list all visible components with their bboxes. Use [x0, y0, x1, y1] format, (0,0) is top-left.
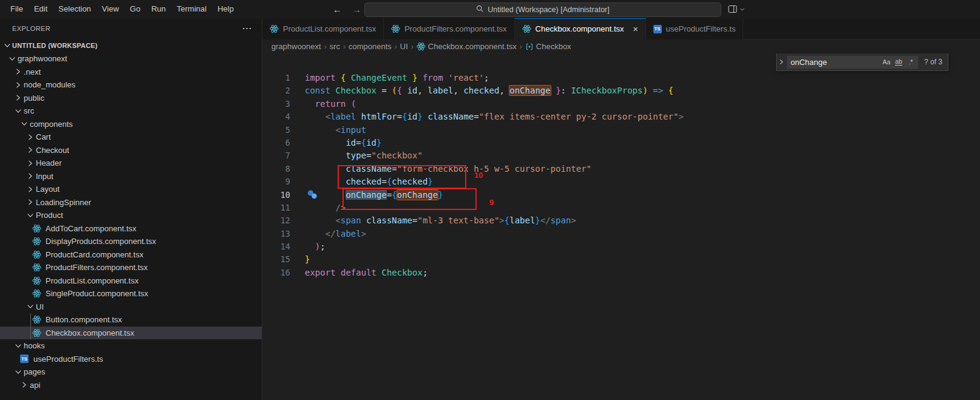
breadcrumb-separator: ›	[520, 42, 522, 51]
breadcrumb-separator: ›	[343, 42, 345, 51]
tab-checkbox-component-tsx[interactable]: Checkbox.component.tsx×	[515, 18, 646, 39]
tree-item-label: Button.component.tsx	[46, 315, 122, 324]
breadcrumb-item-graphwoonext[interactable]: graphwoonext	[271, 42, 321, 51]
react-file-icon	[32, 249, 41, 259]
menu-view[interactable]: View	[97, 0, 124, 18]
tree-item-components[interactable]: components	[0, 118, 262, 131]
find-input[interactable]	[791, 58, 880, 67]
explorer-more-actions-icon[interactable]: ⋯	[242, 25, 252, 32]
code-line-2: 2const Checkbox = ({ id, label, checked,…	[262, 84, 980, 97]
annotation-label-10: 10	[474, 171, 483, 180]
breadcrumb-label: src	[330, 42, 340, 51]
close-icon[interactable]: ×	[630, 23, 642, 35]
tree-item-label: AddToCart.component.tsx	[46, 224, 137, 233]
menu-selection[interactable]: Selection	[53, 0, 96, 18]
breadcrumb-label: components	[349, 42, 392, 51]
menu-go[interactable]: Go	[124, 0, 146, 18]
tree-item-button-component-tsx[interactable]: Button.component.tsx	[0, 313, 262, 327]
tree-item-product[interactable]: Product	[0, 209, 262, 222]
tab-useproductfilters-ts[interactable]: TSuseProductFilters.ts	[646, 18, 744, 39]
tree-item-public[interactable]: public	[0, 92, 262, 105]
tree-item-next[interactable]: .next	[0, 66, 262, 79]
line-number: 15	[262, 253, 290, 266]
tab-productlist-component-tsx[interactable]: ProductList.component.tsx	[262, 18, 384, 39]
workspace-section-header[interactable]: UNTITLED (WORKSPACE)	[0, 38, 262, 52]
chevron-right-icon	[26, 158, 35, 168]
menu-terminal[interactable]: Terminal	[171, 0, 212, 18]
chevron-right-icon	[26, 185, 35, 194]
tree-item-header[interactable]: Header	[0, 157, 262, 170]
chevron-right-icon	[13, 80, 23, 90]
tree-item-input[interactable]: Input	[0, 170, 262, 183]
tree-item-label: DisplayProducts.component.tsx	[46, 237, 156, 246]
chevron-down-icon	[19, 119, 29, 129]
code-line-5: 5 <input	[262, 124, 980, 137]
breadcrumb-item-checkbox[interactable]: Checkbox	[525, 42, 571, 51]
menu-edit[interactable]: Edit	[29, 0, 53, 18]
gutter-space	[290, 175, 305, 188]
tree-item-label: graphwoonext	[18, 54, 67, 63]
back-arrow-icon[interactable]: ←	[333, 4, 342, 15]
search-icon	[476, 5, 484, 15]
tree-item-productcard-component-tsx[interactable]: ProductCard.component.tsx	[0, 248, 262, 262]
chevron-right-icon	[26, 197, 35, 207]
tree-item-label: Cart	[36, 132, 51, 141]
regex-icon[interactable]: .*	[905, 56, 917, 68]
tree-item-layout[interactable]: Layout	[0, 183, 262, 196]
react-file-icon	[32, 276, 41, 285]
tree-item-label: Product	[36, 211, 63, 220]
tree-item-cart[interactable]: Cart	[0, 131, 262, 144]
breadcrumb-label: Checkbox	[536, 42, 571, 51]
menu-run[interactable]: Run	[146, 0, 171, 18]
ts-file-icon: TS	[19, 354, 29, 364]
tree-item-checkout[interactable]: Checkout	[0, 144, 262, 157]
chevron-right-icon	[19, 380, 29, 390]
tree-item-loadingspinner[interactable]: LoadingSpinner	[0, 196, 262, 209]
tree-item-label: .next	[24, 67, 41, 76]
explorer-sidebar: EXPLORER ⋯ UNTITLED (WORKSPACE) graphwoo…	[0, 18, 262, 400]
breadcrumb-item-ui[interactable]: UI	[400, 42, 408, 51]
breadcrumb-item-src[interactable]: src	[330, 42, 340, 51]
tree-item-hooks[interactable]: hooks	[0, 339, 262, 353]
breadcrumb-label: UI	[400, 42, 408, 51]
layout-control-button[interactable]	[727, 4, 745, 14]
breadcrumb-item-components[interactable]: components	[349, 42, 392, 51]
tree-item-displayproducts-component-tsx[interactable]: DisplayProducts.component.tsx	[0, 235, 262, 248]
command-center-search[interactable]: Untitled (Workspace) [Administrator]	[364, 2, 721, 17]
tree-item-productfilters-component-tsx[interactable]: ProductFilters.component.tsx	[0, 261, 262, 274]
tree-item-api[interactable]: api	[0, 379, 262, 392]
code-editor[interactable]: Aa ab .* ? of 3 1import { ChangeEvent } …	[262, 53, 980, 400]
tree-item-src[interactable]: src	[0, 104, 262, 118]
tree-item-singleproduct-component-tsx[interactable]: SingleProduct.component.tsx	[0, 287, 262, 300]
whole-word-icon[interactable]: ab	[893, 56, 905, 68]
code-line-10: 10 onChange={onChange}	[262, 189, 980, 202]
line-number: 6	[262, 137, 290, 149]
tree-item-label: hooks	[24, 341, 45, 350]
tree-item-pages[interactable]: pages	[0, 365, 262, 379]
menu-file[interactable]: File	[5, 0, 29, 18]
gutter-space	[290, 266, 305, 279]
forward-arrow-icon[interactable]: →	[352, 4, 361, 15]
gutter-badge-icon[interactable]	[307, 189, 319, 203]
tree-item-ui[interactable]: UI	[0, 300, 262, 314]
code-line-13: 13 </label>	[262, 228, 980, 240]
breadcrumb-item-checkbox-component-tsx[interactable]: Checkbox.component.tsx	[417, 42, 517, 51]
tree-item-graphwoonext[interactable]: graphwoonext	[0, 52, 262, 66]
find-replace-toggle[interactable]	[777, 53, 786, 70]
tree-item-productlist-component-tsx[interactable]: ProductList.component.tsx	[0, 274, 262, 288]
tree-item-node-modules[interactable]: node_modules	[0, 78, 262, 92]
react-file-icon	[32, 237, 41, 246]
menu-help[interactable]: Help	[212, 0, 239, 18]
tab-label: ProductFilters.component.tsx	[404, 24, 506, 33]
code-line-9: 9 checked={checked}	[262, 175, 980, 188]
tree-item-useproductfilters-ts[interactable]: TSuseProductFilters.ts	[0, 353, 262, 366]
tree-item-label: ProductCard.component.tsx	[46, 250, 143, 259]
match-case-icon[interactable]: Aa	[880, 56, 893, 68]
tree-item-checkbox-component-tsx[interactable]: Checkbox.component.tsx	[0, 327, 262, 340]
tree-item-label: Input	[36, 172, 53, 181]
chevron-down-icon	[740, 7, 745, 12]
gutter-space	[290, 202, 305, 214]
tree-item-addtocart-component-tsx[interactable]: AddToCart.component.tsx	[0, 222, 262, 236]
tab-productfilters-component-tsx[interactable]: ProductFilters.component.tsx	[384, 18, 514, 39]
gutter-space	[290, 240, 305, 253]
